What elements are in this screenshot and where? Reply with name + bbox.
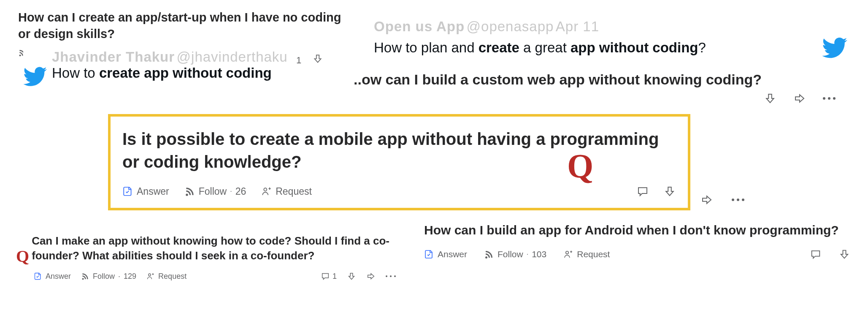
follow-count: 103 [532, 249, 546, 259]
rss-icon [184, 186, 195, 197]
request-action[interactable]: Request [146, 272, 187, 281]
tweet-handle-ghost: @jhavinderthaku [177, 49, 288, 65]
quora-logo-small: Q [16, 248, 29, 265]
more-icon[interactable] [732, 199, 744, 201]
right-actions: 1 [321, 272, 396, 281]
answer-icon [424, 249, 434, 259]
request-action[interactable]: Request [261, 186, 312, 197]
request-label: Request [577, 249, 610, 259]
request-action[interactable]: Request [563, 249, 610, 259]
quora-question-2: Q Can I make an app without knowing how … [16, 234, 396, 281]
comment-action[interactable]: 1 [321, 272, 337, 281]
tweet2-author-row: Open us App @openasapp Apr 11 [374, 19, 848, 35]
tweet-text-pre: How to [52, 65, 99, 81]
answer-action[interactable]: Answer [34, 272, 71, 281]
follow-label: Follow [498, 249, 523, 259]
t2-b1: create [479, 40, 519, 55]
follow-count: 26 [235, 186, 246, 197]
answer-action[interactable]: Answer [424, 249, 467, 259]
t2-mid: a great [519, 40, 571, 55]
share-icon[interactable] [793, 92, 806, 105]
tweet2-date-ghost: Apr 11 [556, 19, 599, 34]
follow-action[interactable]: Follow · 129 [81, 272, 136, 281]
tweet2-text: How to plan and create a great app witho… [374, 35, 848, 61]
quora-logo-large: Q [567, 147, 593, 185]
heading-custom-web-app: ..ow can I build a custom web app withou… [354, 70, 864, 90]
answer-icon [122, 186, 133, 197]
rss-icon [81, 272, 89, 280]
more-icon[interactable] [386, 275, 396, 277]
downvote-icon[interactable] [838, 248, 850, 260]
question-title[interactable]: How can I build an app for Android when … [424, 222, 850, 239]
highlight-external-actions [700, 193, 744, 206]
answer-label: Answer [46, 272, 71, 281]
right-actions [810, 248, 850, 260]
follow-label: Follow [93, 272, 115, 281]
rss-icon [484, 249, 494, 259]
highlighted-question: Is it possible to create a mobile app wi… [108, 114, 690, 210]
comment-icon[interactable] [810, 248, 822, 260]
stray-downvote[interactable] [312, 53, 323, 64]
follow-action[interactable]: Follow · 103 [484, 249, 546, 259]
tweet2-handle-ghost: @openasapp [467, 19, 554, 34]
follow-label: Follow [199, 186, 227, 197]
highlight-right-actions [636, 185, 676, 198]
follow-count: 129 [124, 272, 136, 281]
answer-icon [34, 272, 42, 280]
answer-label: Answer [137, 186, 169, 197]
stray-one: 1 [296, 55, 301, 65]
quora-question-3: How can I build an app for Android when … [424, 222, 850, 260]
share-icon[interactable] [700, 193, 713, 206]
request-label: Request [276, 186, 312, 197]
downvote-icon [312, 53, 323, 64]
comment-icon [321, 272, 330, 281]
request-icon [563, 249, 573, 259]
tweet-2: Open us App @openasapp Apr 11 How to pla… [367, 19, 848, 61]
downvote-icon[interactable] [764, 92, 776, 105]
request-icon [146, 272, 155, 280]
stray-count: 1 [296, 55, 301, 66]
downvote-icon[interactable] [663, 185, 676, 198]
question-actions: Answer Follow · 103 Request [424, 248, 850, 260]
tweet-author-ghost: Jhavinder Thakur [52, 49, 175, 65]
tweet2-author-ghost: Open us App [374, 19, 465, 34]
more-icon[interactable] [823, 97, 836, 100]
question-title[interactable]: Can I make an app without knowing how to… [32, 234, 396, 263]
twitter-icon [822, 35, 848, 61]
answer-action[interactable]: Answer [122, 186, 169, 197]
heading-text: ..ow can I build a custom web app withou… [354, 70, 864, 90]
request-icon [261, 186, 272, 197]
t2-suf: ? [698, 40, 706, 55]
t2-b2: app without coding [571, 40, 698, 55]
follow-action[interactable]: Follow · 26 [184, 186, 246, 197]
highlight-actions: Answer Follow · 26 Request [122, 185, 676, 198]
t2-pre: How to plan and [374, 40, 479, 55]
comment-count: 1 [333, 272, 337, 281]
heading-actions [764, 92, 836, 105]
comment-icon[interactable] [636, 185, 649, 198]
twitter-icon [23, 64, 48, 89]
answer-label: Answer [438, 249, 467, 259]
downvote-icon[interactable] [347, 272, 356, 281]
tweet-text: How to create app without coding [52, 65, 288, 81]
share-icon[interactable] [366, 272, 376, 281]
tweet-text-bold: create app without coding [99, 65, 272, 81]
tweet-author-row: Jhavinder Thakur @jhavinderthaku [52, 49, 288, 65]
request-label: Request [158, 272, 187, 281]
question-title[interactable]: How can I create an app/start-up when I … [18, 9, 343, 42]
question-actions: Answer Follow · 129 Request 1 [34, 272, 396, 281]
